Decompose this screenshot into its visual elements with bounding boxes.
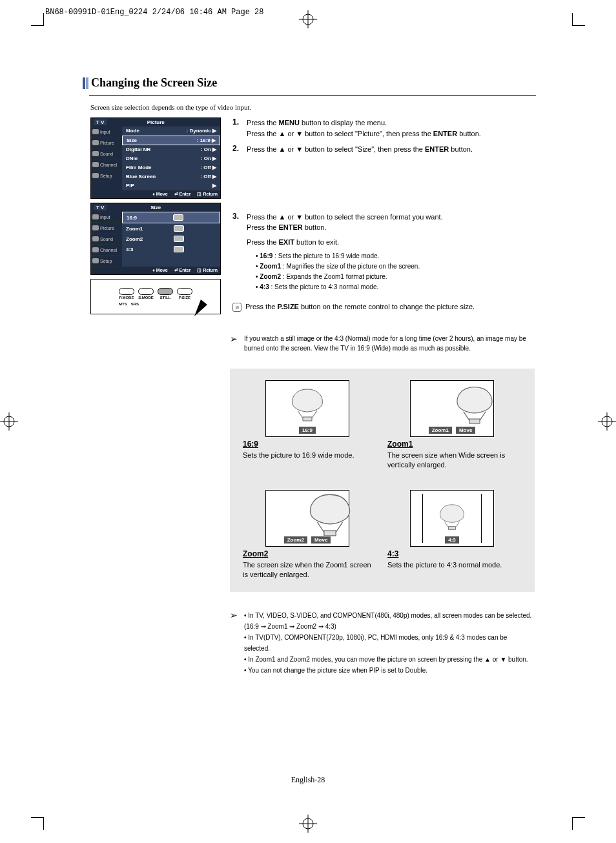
svg-rect-15: [303, 417, 312, 421]
chevron-icon: ➢: [230, 610, 238, 676]
intro-text: Screen size selection depends on the typ…: [90, 103, 535, 111]
step-2: 2. Press the ▲ or ▼ button to select "Si…: [232, 144, 535, 155]
note-item: You can not change the picture size when…: [244, 665, 535, 676]
svg-line-22: [444, 522, 448, 527]
section-title: Changing the Screen Size: [91, 76, 217, 90]
registration-mark: [299, 10, 317, 28]
svg-line-20: [336, 522, 342, 533]
balloon-illustration: [285, 386, 330, 421]
registration-mark: [0, 412, 18, 431]
osd-sidebar: Input Picture Sound Channel Setup: [91, 212, 122, 267]
svg-marker-12: [194, 300, 207, 316]
crop-mark: [31, 817, 44, 830]
osd-tv-label: T V: [94, 119, 107, 125]
svg-rect-24: [449, 526, 456, 529]
svg-rect-21: [324, 531, 336, 536]
title-accent-bar: [86, 77, 88, 89]
remote-diagram: P.MODE S.MODE STILL P.SIZE MTS SRS: [90, 279, 221, 314]
title-underline: [89, 95, 536, 96]
mode-4-3: 4:3 4:3 Sets the picture to 4:3 normal m…: [387, 490, 517, 580]
osd-title: Picture: [107, 119, 205, 125]
osd-picture-menu: T VPicture Input Picture Sound Channel S…: [90, 117, 221, 199]
balloon-illustration: [435, 498, 470, 534]
psize-note: ⎚ Press the P.SIZE button on the remote …: [232, 303, 535, 312]
mode-16-9: 16:9 16:9 Sets the picture to 16:9 wide …: [243, 380, 372, 471]
svg-line-13: [298, 411, 303, 418]
svg-line-23: [456, 522, 460, 527]
svg-line-16: [464, 412, 469, 421]
osd-size-menu: T VSize Input Picture Sound Channel Setu…: [90, 203, 221, 275]
svg-line-19: [318, 522, 324, 533]
chevron-icon: ➢: [230, 334, 238, 353]
mode-zoom2: Zoom2Move Zoom2 The screen size when the…: [243, 490, 372, 580]
burn-in-warning: ➢ If you watch a still image or the 4:3 …: [230, 334, 535, 353]
svg-line-17: [480, 412, 486, 421]
remote-button-icon: ⎚: [232, 303, 241, 312]
registration-mark: [299, 815, 317, 833]
bottom-notes: ➢ In TV, VIDEO, S-VIDEO, and COMPONENT(4…: [230, 610, 535, 676]
balloon-illustration: [449, 383, 501, 424]
step-1: 1. Press the MENU button to display the …: [232, 117, 535, 139]
step-3: 3. Press the ▲ or ▼ button to select the…: [232, 212, 535, 293]
mode-examples-box: 16:9 16:9 Sets the picture to 16:9 wide …: [230, 369, 535, 592]
print-header: BN68-00991D-01Eng_0224 2/24/06 10:46 AM …: [45, 8, 263, 17]
title-accent-bar: [83, 77, 85, 89]
balloon-illustration: [301, 491, 360, 537]
note-item: In TV(DTV), COMPONENT(720p, 1080i), PC, …: [244, 632, 535, 654]
note-item: In TV, VIDEO, S-VIDEO, and COMPONENT(480…: [244, 610, 535, 632]
svg-rect-18: [469, 419, 480, 423]
crop-mark: [572, 13, 585, 26]
crop-mark: [572, 817, 585, 830]
svg-line-14: [312, 411, 317, 418]
crop-mark: [31, 13, 44, 26]
registration-mark: [598, 412, 616, 431]
note-item: In Zoom1 and Zoom2 modes, you can move t…: [244, 654, 535, 665]
osd-title: Size: [107, 205, 205, 210]
osd-sidebar: Input Picture Sound Channel Setup: [91, 127, 122, 190]
page-footer: English-28: [0, 775, 616, 785]
osd-tv-label: T V: [94, 205, 107, 210]
pointer-arrow-icon: [189, 298, 209, 318]
mode-zoom1: Zoom1Move Zoom1 The screen size when Wid…: [387, 380, 517, 471]
